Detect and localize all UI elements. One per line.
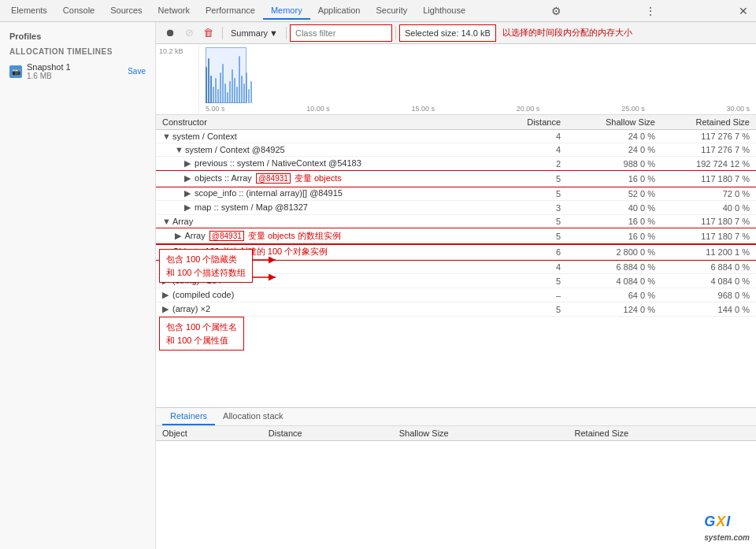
cell-shallow: 16 0 % bbox=[567, 228, 662, 244]
snapshot-icon: 📷 bbox=[9, 65, 22, 78]
watermark: GXI system.com bbox=[704, 514, 750, 543]
snapshot-info: Snapshot 1 1.6 MB bbox=[27, 62, 123, 80]
cell-shallow: 16 0 % bbox=[567, 171, 662, 187]
bottom-header-retained[interactable]: Retained Size bbox=[569, 426, 756, 441]
profiles-label: Profiles bbox=[0, 28, 155, 44]
table-row[interactable]: ▶ map :: system / Map @81327 3 40 0 % 40… bbox=[156, 201, 756, 215]
tab-retainers[interactable]: Retainers bbox=[162, 408, 215, 425]
timeline-area: 10.2 kB bbox=[156, 44, 756, 115]
timeline-x-labels: 5.00 s 10.00 s 15.00 s 20.00 s 25.00 s 3… bbox=[199, 103, 756, 114]
cell-constructor: ▶ objects :: Array @84931 变量 objects bbox=[156, 171, 504, 187]
table-row[interactable]: ▼system / Context 4 24 0 % 117 276 7 % bbox=[156, 130, 756, 143]
y-label-top: 10.2 kB bbox=[159, 47, 195, 55]
x-label-6: 30.00 s bbox=[726, 105, 750, 113]
tab-security[interactable]: Security bbox=[368, 2, 415, 20]
save-button[interactable]: Save bbox=[128, 67, 146, 76]
tab-memory[interactable]: Memory bbox=[263, 2, 310, 20]
cell-retained: 117 180 7 % bbox=[662, 171, 756, 187]
cell-distance: 5 bbox=[504, 171, 567, 187]
bottom-table-container[interactable]: Object Distance Shallow Size Retained Si… bbox=[156, 426, 756, 549]
tab-allocation-stack[interactable]: Allocation stack bbox=[215, 408, 291, 425]
cell-shallow: 988 0 % bbox=[567, 157, 662, 171]
table-row[interactable]: ▶ (compiled code) – 64 0 % 968 0 % bbox=[156, 288, 756, 302]
annotation-text: 以选择的时间段内分配的内存大小 bbox=[496, 27, 639, 39]
devtools-tabbar: Elements Console Sources Network Perform… bbox=[0, 0, 756, 22]
section-label: ALLOCATION TIMELINES bbox=[0, 44, 155, 59]
tab-console[interactable]: Console bbox=[55, 2, 102, 20]
bottom-header-object[interactable]: Object bbox=[156, 426, 262, 441]
timeline-chart[interactable]: 5.00 s 10.00 s 15.00 s 20.00 s 25.00 s 3… bbox=[199, 44, 756, 114]
cell-constructor: ▼system / Context @84925 bbox=[156, 143, 504, 157]
x-label-1: 5.00 s bbox=[206, 105, 225, 113]
cell-retained: 144 0 % bbox=[662, 302, 756, 317]
table-row[interactable]: ▶ Array @84931 变量 objects 的数组实例 5 16 0 %… bbox=[156, 228, 756, 244]
cell-constructor: ▶ previous :: system / NativeContext @54… bbox=[156, 157, 504, 171]
tab-lighthouse[interactable]: Lighthouse bbox=[415, 2, 473, 20]
close-icon[interactable]: ✕ bbox=[734, 2, 753, 20]
summary-dropdown[interactable]: Summary ▼ bbox=[226, 23, 283, 43]
cell-retained: 11 200 1 % bbox=[662, 244, 756, 260]
header-constructor[interactable]: Constructor bbox=[156, 115, 504, 130]
table-header-row: Constructor Distance Shallow Size Retain… bbox=[156, 115, 756, 130]
bottom-header-row: Object Distance Shallow Size Retained Si… bbox=[156, 426, 756, 441]
header-distance[interactable]: Distance bbox=[504, 115, 567, 130]
cell-shallow: 40 0 % bbox=[567, 201, 662, 215]
cell-constructor: ▶ (compiled code) bbox=[156, 288, 504, 302]
tab-sources[interactable]: Sources bbox=[102, 2, 150, 20]
cell-distance: 5 bbox=[504, 274, 567, 288]
separator bbox=[222, 27, 223, 39]
table-row[interactable]: ▼Array 5 16 0 % 117 180 7 % bbox=[156, 215, 756, 228]
record-button[interactable]: ⏺ bbox=[162, 25, 178, 41]
clear-button[interactable]: 🗑 bbox=[200, 25, 216, 41]
cell-constructor: ▶ scope_info :: (internal array)[] @8491… bbox=[156, 187, 504, 201]
tab-performance[interactable]: Performance bbox=[198, 2, 263, 20]
cell-shallow: 124 0 % bbox=[567, 302, 662, 317]
cell-retained: 117 180 7 % bbox=[662, 215, 756, 228]
header-retained[interactable]: Retained Size bbox=[662, 115, 756, 130]
cell-retained: 72 0 % bbox=[662, 187, 756, 201]
header-shallow[interactable]: Shallow Size bbox=[567, 115, 662, 130]
table-row[interactable]: ▶ (array) ×2 5 124 0 % 144 0 % bbox=[156, 302, 756, 317]
bottom-header-shallow[interactable]: Shallow Size bbox=[393, 426, 569, 441]
more-options-icon[interactable]: ⋮ bbox=[640, 2, 661, 20]
cell-distance: 4 bbox=[504, 130, 567, 143]
cell-distance: 4 bbox=[504, 143, 567, 157]
cell-distance: 3 bbox=[504, 201, 567, 215]
separator2 bbox=[286, 27, 287, 39]
tab-application[interactable]: Application bbox=[310, 2, 369, 20]
table-area: 包含 100 个隐藏类 和 100 个描述符数组 包含 100 个属性名 和 1… bbox=[156, 115, 756, 549]
settings-icon[interactable]: ⚙ bbox=[547, 2, 566, 20]
cell-distance: 5 bbox=[504, 228, 567, 244]
stop-button[interactable]: ⊘ bbox=[181, 25, 197, 41]
snapshot-item[interactable]: 📷 Snapshot 1 1.6 MB Save bbox=[0, 59, 155, 83]
annotation-line2: 和 100 个描述符数组 bbox=[166, 266, 246, 280]
annotation-box-1: 包含 100 个隐藏类 和 100 个描述符数组 bbox=[159, 249, 253, 283]
table-row[interactable]: ▶ scope_info :: (internal array)[] @8491… bbox=[156, 187, 756, 201]
cell-retained: 117 276 7 % bbox=[662, 130, 756, 143]
table-row[interactable]: ▶ objects :: Array @84931 变量 objects 5 1… bbox=[156, 171, 756, 187]
tab-network[interactable]: Network bbox=[150, 2, 198, 20]
sidebar: Profiles ALLOCATION TIMELINES 📷 Snapshot… bbox=[0, 22, 156, 549]
x-label-5: 25.00 s bbox=[621, 105, 645, 113]
cell-constructor: ▼Array bbox=[156, 215, 504, 228]
cell-retained: 968 0 % bbox=[662, 288, 756, 302]
timeline-y-axis: 10.2 kB bbox=[156, 44, 199, 114]
cell-distance: 5 bbox=[504, 215, 567, 228]
tab-elements[interactable]: Elements bbox=[3, 2, 55, 20]
cell-shallow: 24 0 % bbox=[567, 130, 662, 143]
class-filter-input[interactable] bbox=[290, 24, 392, 42]
bottom-header-distance[interactable]: Distance bbox=[262, 426, 393, 441]
annotation-line3: 包含 100 个属性名 bbox=[166, 321, 237, 334]
cell-distance: 5 bbox=[504, 187, 567, 201]
cell-shallow: 16 0 % bbox=[567, 215, 662, 228]
cell-shallow: 6 884 0 % bbox=[567, 260, 662, 274]
cell-retained: 6 884 0 % bbox=[662, 260, 756, 274]
cell-shallow: 4 084 0 % bbox=[567, 274, 662, 288]
table-row[interactable]: ▼system / Context @84925 4 24 0 % 117 27… bbox=[156, 143, 756, 157]
cell-constructor: ▶ (array) ×2 bbox=[156, 302, 504, 317]
table-row[interactable]: ▶ previous :: system / NativeContext @54… bbox=[156, 157, 756, 171]
annotation-line4: 和 100 个属性值 bbox=[166, 334, 237, 347]
x-label-2: 10.00 s bbox=[306, 105, 330, 113]
bottom-panel: Retainers Allocation stack Object Distan… bbox=[156, 407, 756, 549]
cell-distance: 4 bbox=[504, 260, 567, 274]
